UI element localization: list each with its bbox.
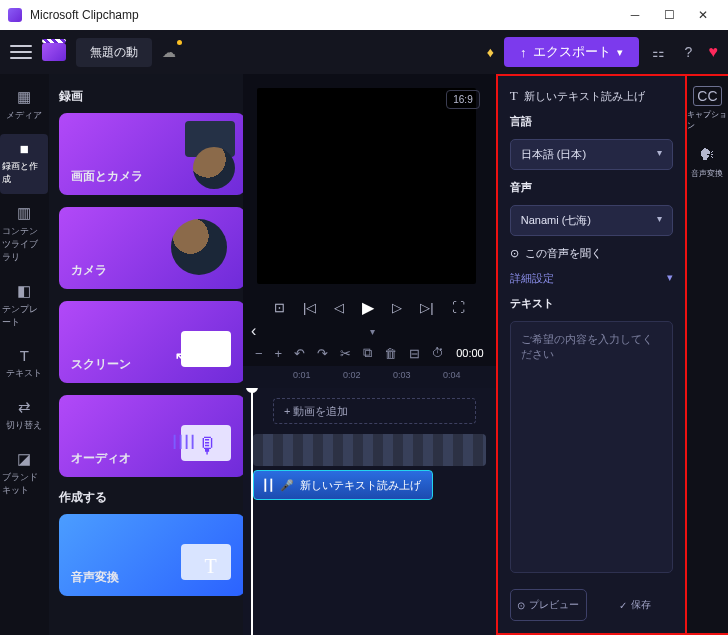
menu-button[interactable] (10, 45, 32, 59)
chevron-down-icon: ▾ (667, 271, 673, 286)
tick: 0:04 (443, 370, 461, 380)
listen-label: この音声を聞く (525, 246, 602, 261)
export-label: エクスポート (533, 43, 611, 61)
advanced-label: 詳細設定 (510, 271, 554, 286)
library-icon: ▥ (17, 204, 31, 222)
clipchamp-icon (42, 43, 66, 61)
left-panel: 録画 画面とカメラ カメラ ↖ スクリーン ┃┃┃┃ 🎙 オーディオ 作成する … (49, 74, 243, 635)
export-button[interactable]: ↑ エクスポート ▾ (504, 37, 639, 67)
save-label: 保存 (631, 598, 651, 612)
rail-media[interactable]: ▦メディア (0, 82, 48, 130)
transitions-icon: ⇄ (18, 398, 31, 416)
top-toolbar: 無題の動 ☁ ♦ ↑ エクスポート ▾ ⚏ ? ♥ (0, 30, 728, 74)
rail-captions[interactable]: CC キャプション (687, 86, 728, 131)
rail-caption-label: キャプション (687, 109, 728, 131)
zoom-in-icon[interactable]: + (275, 346, 283, 361)
undo-icon[interactable]: ↶ (294, 346, 305, 361)
split-icon[interactable]: ⊟ (409, 346, 420, 361)
listen-voice[interactable]: ⊙ この音声を聞く (510, 246, 673, 261)
tts-text-input[interactable]: ご希望の内容を入力してください (510, 321, 673, 573)
tts-clip[interactable]: ┃┃ 🎤 新しいテキスト読み上げ (253, 470, 433, 500)
rail-text[interactable]: Tテキスト (0, 341, 48, 388)
center-area: 16:9 ⊡ |◁ ◁ ▶ ▷ ▷| ⛶ ‹▾ − + ↶ ↷ ✂ ⧉ 🗑 ⊟ … (243, 74, 496, 635)
copy-icon[interactable]: ⧉ (363, 345, 372, 361)
chevron-down-icon: ▾ (657, 147, 662, 162)
add-video-placeholder[interactable]: + 動画を追加 (273, 398, 476, 424)
card-label: 音声変換 (71, 569, 119, 586)
cursor-icon: ↖ (174, 347, 189, 369)
timeline-ruler[interactable]: 0:01 0:02 0:03 0:04 (243, 366, 496, 388)
card-camera[interactable]: カメラ (59, 207, 243, 289)
collapse-left-icon[interactable]: ‹ (251, 322, 256, 340)
background-clip[interactable] (253, 434, 486, 466)
fullscreen-icon[interactable]: ⛶ (452, 300, 465, 315)
preview-button[interactable]: ⊙ プレビュー (510, 589, 588, 621)
play-button[interactable]: ▶ (362, 298, 374, 317)
favorite-icon[interactable]: ♥ (709, 43, 719, 61)
text-label: テキスト (510, 296, 673, 311)
window-maximize[interactable]: ☐ (652, 0, 686, 30)
cut-icon[interactable]: ✂ (340, 346, 351, 361)
voice-label: 音声 (510, 180, 673, 195)
drag-handle-icon[interactable]: ┃┃ (262, 479, 274, 492)
section-create-title: 作成する (59, 489, 233, 506)
card-screen-camera[interactable]: 画面とカメラ (59, 113, 243, 195)
card-label: スクリーン (71, 356, 131, 373)
timecode-icon: ⏱ (432, 346, 444, 360)
window-titlebar: Microsoft Clipchamp ─ ☐ ✕ (0, 0, 728, 30)
text-t-icon: T (205, 555, 217, 578)
step-back-icon[interactable]: ◁ (334, 300, 344, 315)
rail-library[interactable]: ▥コンテンツライブラリ (0, 198, 48, 272)
timeline-toolbar: − + ↶ ↷ ✂ ⧉ 🗑 ⊟ ⏱ 00:00 (243, 340, 496, 366)
premium-icon[interactable]: ♦ (487, 44, 494, 60)
collapse-down-icon[interactable]: ▾ (370, 326, 375, 337)
record-icon: ■ (20, 140, 29, 157)
video-track[interactable]: + 動画を追加 (253, 394, 486, 428)
card-label: オーディオ (71, 450, 131, 467)
tts-header-label: 新しいテキスト読み上げ (524, 89, 645, 104)
cloud-sync-icon[interactable]: ☁ (162, 44, 176, 60)
language-select[interactable]: 日本語 (日本) ▾ (510, 139, 673, 170)
play-circle-icon: ⊙ (510, 247, 519, 260)
rail-record[interactable]: ■録画と作成 (0, 134, 48, 194)
share-icon[interactable]: ⚏ (649, 44, 669, 60)
delete-icon[interactable]: 🗑 (384, 346, 397, 361)
voice-select[interactable]: Nanami (七海) ▾ (510, 205, 673, 236)
right-rail: CC キャプション 🗣 音声変換 (685, 74, 728, 635)
camera-avatar (171, 219, 227, 275)
camera-avatar (193, 147, 235, 189)
save-button[interactable]: ✓ 保存 (597, 589, 673, 621)
mic-icon: 🎙 (197, 433, 219, 459)
rail-brandkit[interactable]: ◪ブランドキット (0, 444, 48, 505)
app-logo (8, 8, 22, 22)
rail-transitions[interactable]: ⇄切り替え (0, 392, 48, 440)
aspect-ratio-selector[interactable]: 16:9 (446, 90, 479, 109)
upload-icon: ↑ (520, 45, 527, 60)
crop-icon[interactable]: ⊡ (274, 300, 285, 315)
redo-icon[interactable]: ↷ (317, 346, 328, 361)
skip-start-icon[interactable]: |◁ (303, 300, 316, 315)
play-circle-icon: ⊙ (517, 600, 525, 611)
section-record-title: 録画 (59, 88, 233, 105)
rail-templates[interactable]: ◧テンプレート (0, 276, 48, 337)
zoom-out-icon[interactable]: − (255, 346, 263, 361)
cc-icon: CC (693, 86, 721, 106)
help-icon[interactable]: ? (679, 44, 699, 60)
voice-icon: 🗣 (696, 145, 718, 165)
project-title[interactable]: 無題の動 (76, 38, 152, 67)
advanced-settings[interactable]: 詳細設定 ▾ (510, 271, 673, 286)
window-minimize[interactable]: ─ (618, 0, 652, 30)
window-close[interactable]: ✕ (686, 0, 720, 30)
template-icon: ◧ (17, 282, 31, 300)
card-tts[interactable]: T 音声変換 (59, 514, 243, 596)
timeline-tracks[interactable]: + 動画を追加 ┃┃ 🎤 新しいテキスト読み上げ (243, 388, 496, 635)
rail-voice[interactable]: 🗣 音声変換 (691, 145, 723, 179)
preview-canvas[interactable] (257, 88, 476, 284)
voice-value: Nanami (七海) (521, 213, 591, 228)
card-audio[interactable]: ┃┃┃┃ 🎙 オーディオ (59, 395, 243, 477)
skip-end-icon[interactable]: ▷| (420, 300, 433, 315)
check-icon: ✓ (619, 600, 627, 611)
step-forward-icon[interactable]: ▷ (392, 300, 402, 315)
card-screen[interactable]: ↖ スクリーン (59, 301, 243, 383)
tts-panel: T 新しいテキスト読み上げ 言語 日本語 (日本) ▾ 音声 Nanami (七… (496, 74, 685, 635)
